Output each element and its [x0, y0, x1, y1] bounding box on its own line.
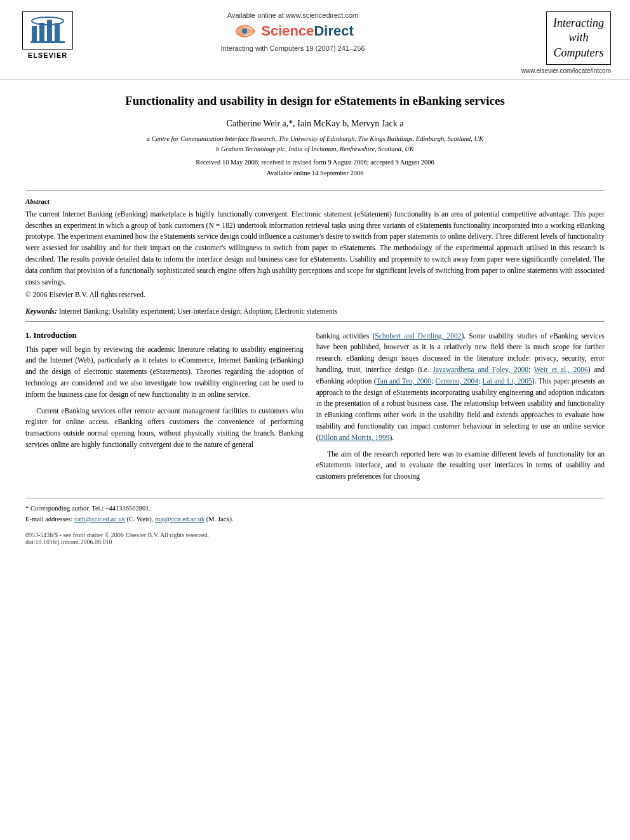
affiliation-b: b Graham Technology plc, India of Inchim… [25, 144, 605, 154]
column-right: banking activities (Schubert and Dettlin… [316, 331, 605, 488]
footer-info: 0953-5438/$ - see front matter © 2006 El… [25, 531, 605, 545]
link-dillon[interactable]: Dillon and Morris, 1999 [319, 434, 390, 441]
footnote-corresponding: * Corresponding author. Tel.: +441316502… [25, 503, 605, 514]
sciencedirect-text: ScienceDirect [261, 23, 354, 39]
body-text-left: This paper will begin by reviewing the a… [25, 344, 304, 451]
email-maj[interactable]: maj@ccir.ed.ac.uk [155, 516, 204, 523]
available-online-article: Available online 14 September 2006 [25, 168, 605, 179]
link-centeno[interactable]: Centeno, 2004 [436, 377, 479, 385]
svg-rect-1 [32, 26, 37, 42]
header-center: Available online at www.sciencedirect.co… [83, 11, 503, 52]
body-text-right: banking activities (Schubert and Dettlin… [316, 331, 605, 483]
left-para-1: This paper will begin by reviewing the a… [25, 344, 304, 401]
interacting-title: Interacting with Computers [553, 16, 604, 60]
link-weir[interactable]: Weir et al., 2006 [534, 366, 588, 373]
column-left: 1. Introduction This paper will begin by… [25, 331, 304, 488]
elsevier-url: www.elsevier.com/locate/intcom [521, 67, 611, 74]
authors: Catherine Weir a,*, Iain McKay b, Mervyn… [25, 119, 605, 129]
link-jayawardhena[interactable]: Jayawardhena and Foley, 2000 [432, 366, 528, 373]
divider-bottom [25, 321, 605, 322]
affiliation-a: a Centre for Communication Interface Res… [25, 134, 605, 144]
received-info: Received 10 May 2006; received in revise… [25, 157, 605, 179]
affiliations: a Centre for Communication Interface Res… [25, 134, 605, 154]
journal-info: Interacting with Computers 19 (2007) 241… [221, 44, 365, 52]
section1-title: 1. Introduction [25, 331, 304, 340]
elsevier-label: ELSEVIER [28, 51, 67, 59]
two-column-section: 1. Introduction This paper will begin by… [25, 331, 605, 488]
divider-top [25, 190, 605, 191]
available-online-text: Available online at www.sciencedirect.co… [227, 11, 358, 19]
abstract-section: Abstract The current Internet Banking (e… [25, 197, 605, 298]
link-lai[interactable]: Lai and Li, 2005 [483, 377, 532, 385]
svg-rect-6 [30, 41, 65, 43]
link-tan[interactable]: Tan and Teo, 2000 [377, 377, 431, 385]
svg-rect-4 [55, 23, 60, 42]
footnote-email: E-mail addresses: cath@ccir.ed.ac.uk (C.… [25, 514, 605, 525]
interacting-box: Interacting with Computers [546, 11, 611, 65]
copyright: © 2006 Elsevier B.V. All rights reserved… [25, 291, 605, 298]
svg-point-7 [242, 29, 247, 34]
elsevier-logo: ELSEVIER [13, 11, 83, 59]
header-right: Interacting with Computers www.elsevier.… [503, 11, 611, 74]
right-para-2: The aim of the research reported here wa… [316, 449, 605, 483]
abstract-text: The current Internet Banking (eBanking) … [25, 209, 605, 288]
footer-issn: 0953-5438/$ - see front matter © 2006 El… [25, 531, 605, 538]
keywords-label: Keywords: [25, 307, 57, 315]
link-schubert[interactable]: Schubert and Dettling, 2002 [375, 332, 461, 340]
header: ELSEVIER Available online at www.science… [0, 0, 630, 80]
svg-rect-2 [39, 23, 44, 42]
elsevier-logo-box [22, 11, 73, 50]
email-cath[interactable]: cath@ccir.ed.ac.uk [74, 516, 125, 523]
page: ELSEVIER Available online at www.science… [0, 0, 630, 840]
svg-rect-3 [47, 20, 52, 42]
abstract-title: Abstract [25, 197, 605, 205]
article-title: Functionality and usability in design fo… [25, 93, 605, 110]
keywords: Keywords: Internet Banking; Usability ex… [25, 307, 605, 315]
footnotes: * Corresponding author. Tel.: +441316502… [25, 498, 605, 525]
right-para-1: banking activities (Schubert and Dettlin… [316, 331, 605, 444]
footer-doi: doi:10.1016/j.intcom.2006.08.010 [25, 538, 605, 545]
left-para-2: Current eBanking services offer remote a… [25, 406, 304, 451]
sciencedirect-logo: ScienceDirect [232, 22, 354, 41]
article-content: Functionality and usability in design fo… [0, 80, 630, 558]
keywords-text: Internet Banking; Usability experiment; … [59, 307, 338, 315]
received-text: Received 10 May 2006; received in revise… [25, 157, 605, 168]
